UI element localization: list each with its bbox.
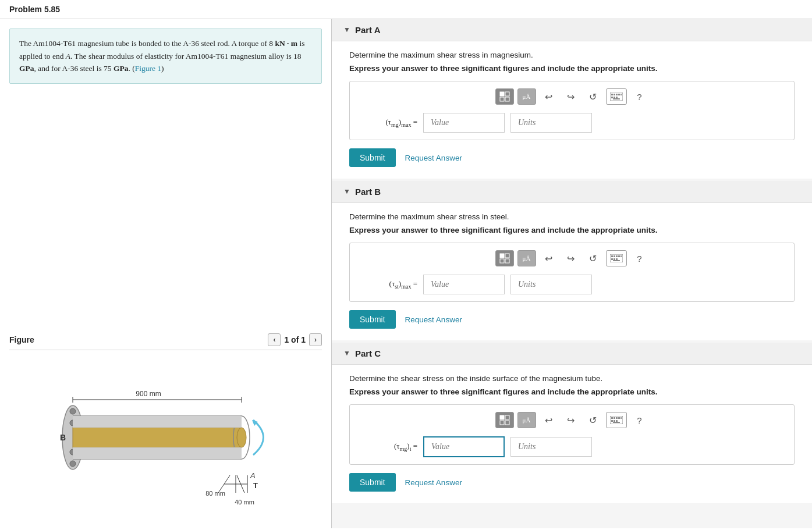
part-a-answer-row: (τmg)max = bbox=[359, 113, 785, 133]
svg-rect-66 bbox=[614, 420, 615, 422]
part-c-action-row: Submit Request Answer bbox=[349, 473, 795, 492]
part-b-units-input[interactable] bbox=[510, 275, 592, 294]
part-a-request-answer-link[interactable]: Request Answer bbox=[405, 154, 462, 162]
part-a-content: Determine the maximum shear stress in ma… bbox=[332, 41, 812, 179]
svg-rect-50 bbox=[620, 255, 622, 257]
redo-button-a[interactable]: ↪ bbox=[562, 88, 580, 105]
svg-rect-57 bbox=[500, 421, 504, 425]
figure-header: Figure ‹ 1 of 1 › bbox=[9, 333, 322, 350]
svg-rect-42 bbox=[505, 254, 509, 258]
part-c-toolbar: μÅ ↩ ↪ ↺ ? bbox=[359, 412, 785, 428]
figure-label: Figure bbox=[9, 335, 34, 344]
svg-text:B: B bbox=[60, 433, 66, 442]
page-title: Problem 5.85 bbox=[0, 0, 812, 19]
part-b-answer-box: μÅ ↩ ↪ ↺ ? (τst)max = bbox=[349, 243, 795, 302]
svg-rect-11 bbox=[73, 447, 242, 459]
figure-section: Figure ‹ 1 of 1 › bbox=[9, 333, 322, 519]
redo-button-b[interactable]: ↪ bbox=[562, 250, 580, 266]
keyboard-button-a[interactable] bbox=[606, 88, 627, 105]
mu-button-a[interactable]: μÅ bbox=[517, 88, 536, 105]
figure-prev-button[interactable]: ‹ bbox=[268, 333, 281, 346]
part-b-request-answer-link[interactable]: Request Answer bbox=[405, 315, 462, 324]
figure-nav: ‹ 1 of 1 › bbox=[268, 333, 322, 346]
svg-rect-10 bbox=[73, 416, 242, 428]
svg-rect-60 bbox=[611, 417, 613, 419]
part-c-instruction: Express your answer to three significant… bbox=[349, 387, 795, 396]
help-button-c[interactable]: ? bbox=[630, 412, 649, 428]
left-panel: The Am1004-T61 magnesium tube is bonded … bbox=[0, 19, 332, 528]
svg-rect-62 bbox=[616, 417, 618, 419]
part-b-value-input[interactable] bbox=[423, 275, 505, 294]
svg-rect-27 bbox=[500, 92, 504, 96]
part-b-section: ▼ Part B Determine the maximum shear str… bbox=[332, 181, 812, 340]
svg-text:40 mm: 40 mm bbox=[235, 499, 254, 506]
part-b-description: Determine the maximum shear stress in st… bbox=[349, 212, 795, 221]
part-c-request-answer-link[interactable]: Request Answer bbox=[405, 478, 462, 487]
mu-button-c[interactable]: μÅ bbox=[517, 412, 536, 428]
part-a-header: ▼ Part A bbox=[332, 19, 812, 41]
part-b-chevron: ▼ bbox=[343, 187, 350, 196]
svg-text:900 mm: 900 mm bbox=[136, 390, 161, 398]
part-b-answer-row: (τst)max = bbox=[359, 275, 785, 294]
svg-rect-56 bbox=[505, 415, 509, 419]
svg-rect-38 bbox=[614, 97, 615, 98]
svg-rect-44 bbox=[505, 259, 509, 263]
grid-button-c[interactable] bbox=[495, 412, 514, 428]
svg-text:A: A bbox=[250, 471, 256, 480]
svg-rect-28 bbox=[505, 92, 509, 96]
grid-button-b[interactable] bbox=[495, 250, 514, 266]
part-a-action-row: Submit Request Answer bbox=[349, 148, 795, 167]
undo-button-a[interactable]: ↩ bbox=[540, 88, 558, 105]
part-c-label: Part C bbox=[355, 348, 381, 358]
refresh-button-a[interactable]: ↺ bbox=[584, 88, 602, 105]
part-a-units-input[interactable] bbox=[510, 113, 592, 133]
part-a-value-input[interactable] bbox=[423, 113, 505, 133]
figure-image: 900 mm 80 mm 40 mm B A T bbox=[9, 356, 322, 519]
part-a-description: Determine the maximum shear stress in ma… bbox=[349, 51, 795, 59]
part-c-content: Determine the shear stress on the inside… bbox=[332, 365, 812, 503]
redo-button-c[interactable]: ↪ bbox=[562, 412, 580, 428]
mu-button-b[interactable]: μÅ bbox=[517, 250, 536, 266]
keyboard-button-b[interactable] bbox=[606, 250, 627, 266]
part-b-toolbar: μÅ ↩ ↪ ↺ ? bbox=[359, 250, 785, 266]
part-a-instruction: Express your answer to three significant… bbox=[349, 64, 795, 73]
svg-rect-54 bbox=[613, 260, 620, 261]
undo-button-b[interactable]: ↩ bbox=[540, 250, 558, 266]
svg-rect-63 bbox=[618, 417, 620, 419]
svg-rect-41 bbox=[500, 254, 504, 258]
part-c-units-input[interactable] bbox=[510, 437, 592, 457]
svg-rect-32 bbox=[611, 94, 613, 95]
help-button-a[interactable]: ? bbox=[630, 88, 649, 105]
keyboard-button-c[interactable] bbox=[606, 412, 627, 428]
refresh-button-b[interactable]: ↺ bbox=[584, 250, 602, 266]
svg-rect-48 bbox=[616, 255, 618, 257]
part-b-submit-button[interactable]: Submit bbox=[349, 310, 396, 329]
part-b-label: Part B bbox=[355, 187, 381, 197]
svg-rect-43 bbox=[500, 259, 504, 263]
part-b-content: Determine the maximum shear stress in st… bbox=[332, 203, 812, 340]
svg-rect-46 bbox=[611, 255, 613, 257]
figure-link[interactable]: Figure 1 bbox=[135, 64, 161, 73]
svg-rect-61 bbox=[614, 417, 615, 419]
svg-rect-30 bbox=[505, 97, 509, 101]
svg-rect-39 bbox=[616, 97, 618, 98]
grid-button-a[interactable] bbox=[495, 88, 514, 105]
help-button-b[interactable]: ? bbox=[630, 250, 649, 266]
part-a-submit-button[interactable]: Submit bbox=[349, 148, 396, 167]
figure-next-button[interactable]: › bbox=[309, 333, 322, 346]
svg-rect-58 bbox=[505, 421, 509, 425]
part-c-equation-label: (τmg)i = bbox=[359, 442, 417, 452]
refresh-button-c[interactable]: ↺ bbox=[584, 412, 602, 428]
part-c-header: ▼ Part C bbox=[332, 343, 812, 365]
part-c-value-input[interactable] bbox=[423, 436, 505, 457]
svg-rect-36 bbox=[620, 94, 622, 95]
part-c-submit-button[interactable]: Submit bbox=[349, 473, 396, 492]
part-c-answer-row: (τmg)i = bbox=[359, 436, 785, 457]
svg-rect-51 bbox=[611, 258, 613, 260]
part-c-description: Determine the shear stress on the inside… bbox=[349, 374, 795, 383]
svg-text:T: T bbox=[253, 481, 258, 490]
undo-button-c[interactable]: ↩ bbox=[540, 412, 558, 428]
svg-point-1 bbox=[70, 408, 76, 414]
svg-rect-67 bbox=[616, 420, 618, 422]
svg-rect-7 bbox=[73, 428, 242, 447]
